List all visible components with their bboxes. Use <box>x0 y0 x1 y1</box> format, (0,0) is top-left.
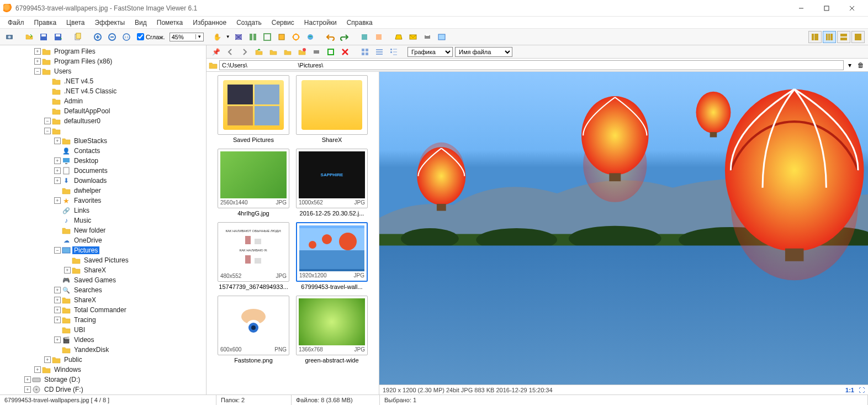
tree-item[interactable]: UBI <box>0 325 206 335</box>
tree-item[interactable]: +Documents <box>0 166 206 176</box>
back-icon[interactable] <box>224 46 236 58</box>
tree-expander[interactable]: + <box>54 287 61 293</box>
menu-Эффекты[interactable]: Эффекты <box>91 18 130 28</box>
tree-item[interactable]: +Desktop <box>0 156 206 166</box>
tree-item[interactable]: +Windows <box>0 365 206 375</box>
tree-item[interactable]: − <box>0 126 206 136</box>
tree-item[interactable]: YandexDisk <box>0 345 206 355</box>
new-folder-icon[interactable] <box>296 46 308 58</box>
slideshow-icon[interactable] <box>232 31 245 43</box>
tree-expander[interactable]: + <box>54 336 61 343</box>
tree-expander[interactable] <box>44 88 51 94</box>
tree-expander[interactable]: + <box>54 138 61 144</box>
open-icon[interactable] <box>23 31 35 43</box>
menu-Сервис[interactable]: Сервис <box>267 18 299 28</box>
smooth-checkbox[interactable]: Сглаж. <box>137 33 165 40</box>
export-icon[interactable] <box>325 46 337 58</box>
menu-Цвета[interactable]: Цвета <box>62 18 89 28</box>
tree-expander[interactable]: + <box>64 267 71 273</box>
tree-expander[interactable] <box>54 207 61 214</box>
menu-Справка[interactable]: Справка <box>342 18 377 28</box>
fullscreen-icon[interactable] <box>261 31 273 43</box>
tree-expander[interactable]: + <box>24 376 31 383</box>
thumbnail[interactable]: КАК НАЛИВАЮТ ОБЫЧНЫЕ ЛЮДИ:КАК НАЛИВАЮ Я:… <box>218 222 289 290</box>
zoom-actual-icon[interactable]: 1:1 <box>120 31 133 43</box>
tree-expander[interactable] <box>54 227 61 234</box>
minimize-button[interactable] <box>788 0 814 17</box>
redo-icon[interactable] <box>338 31 351 43</box>
tree-item[interactable]: −Pictures <box>0 245 206 255</box>
tree-item[interactable]: +🎬Videos <box>0 335 206 345</box>
thumbnail[interactable]: SAPPHIRE1000x562JPG2016-12-25 20.30.52.j… <box>296 149 368 217</box>
tree-item[interactable]: −Users <box>0 66 206 76</box>
zoomout-icon[interactable] <box>106 31 118 43</box>
tree-item[interactable]: New folder <box>0 225 206 235</box>
preview-image[interactable] <box>379 72 868 385</box>
tree-expander[interactable] <box>54 187 61 194</box>
save-icon[interactable] <box>38 31 50 43</box>
layout-mode-3[interactable] <box>837 31 850 43</box>
copy-icon[interactable] <box>72 31 84 43</box>
thumbnail[interactable]: Saved Pictures <box>218 75 289 143</box>
print-small-icon[interactable] <box>310 46 322 58</box>
path-dropdown-icon[interactable]: ▾ <box>845 61 854 69</box>
zoomin-icon[interactable] <box>92 31 104 43</box>
trash-icon[interactable]: 🗑 <box>856 61 866 69</box>
tree-item[interactable]: +Program Files <box>0 46 206 56</box>
tree-expander[interactable] <box>54 217 61 224</box>
menu-Файл[interactable]: Файл <box>3 18 29 28</box>
thumbnail[interactable]: 600x600PNGFaststone.png <box>218 296 289 364</box>
tree-item[interactable]: .NET v4.5 <box>0 76 206 86</box>
print-icon[interactable] <box>421 31 433 43</box>
tree-item[interactable]: 🔗Links <box>0 206 206 215</box>
layout-mode-4[interactable] <box>851 31 865 43</box>
zoom-combo[interactable]: ▼ <box>170 33 204 41</box>
menu-Создать[interactable]: Создать <box>232 18 266 28</box>
wallpaper-icon[interactable] <box>304 31 316 43</box>
crop-icon[interactable] <box>276 31 288 43</box>
tree-item[interactable]: ♪Music <box>0 215 206 225</box>
tree-expander[interactable]: + <box>54 177 61 184</box>
adjust-icon[interactable] <box>290 31 302 43</box>
tree-expander[interactable]: − <box>34 68 41 75</box>
thumbnail[interactable]: ShareX <box>296 75 368 143</box>
tree-expander[interactable]: + <box>54 307 61 313</box>
compare-icon[interactable] <box>247 31 259 43</box>
forward-icon[interactable] <box>239 46 251 58</box>
tree-expander[interactable] <box>64 257 71 264</box>
tree-item[interactable]: .NET v4.5 Classic <box>0 86 206 96</box>
view-thumbs-icon[interactable] <box>359 46 371 58</box>
hand-icon[interactable]: ✋ <box>211 31 224 43</box>
tree-item[interactable]: +Public <box>0 355 206 365</box>
thumbnail-panel[interactable]: Saved PicturesShareX2560x1440JPG4hrIhgG.… <box>207 72 379 395</box>
maximize-button[interactable] <box>814 0 839 17</box>
folder-tree[interactable]: +Program Files+Program Files (x86)−Users… <box>0 45 207 395</box>
sort-select[interactable]: Имя файла <box>455 47 512 57</box>
tree-expander[interactable]: − <box>44 118 51 124</box>
tree-item[interactable]: DefaultAppPool <box>0 106 206 116</box>
tree-item[interactable]: +BlueStacks <box>0 136 206 146</box>
tree-expander[interactable] <box>54 277 61 283</box>
settings-icon[interactable] <box>436 31 448 43</box>
tree-expander[interactable] <box>54 346 61 353</box>
tree-expander[interactable]: + <box>54 297 61 303</box>
scan-icon[interactable] <box>393 31 405 43</box>
tree-expander[interactable] <box>44 78 51 85</box>
menu-Пометка[interactable]: Пометка <box>152 18 188 28</box>
fit-icon[interactable]: ⛶ <box>859 387 865 393</box>
tree-expander[interactable] <box>54 327 61 333</box>
rotate-right-icon[interactable] <box>373 31 385 43</box>
undo-icon[interactable] <box>324 31 336 43</box>
tree-item[interactable]: +Total Commander <box>0 305 206 315</box>
tree-item[interactable]: ☁OneDrive <box>0 235 206 245</box>
tree-expander[interactable] <box>44 108 51 114</box>
thumbnail[interactable]: 1920x1200JPG67999453-travel-wall... <box>296 222 368 290</box>
tree-item[interactable]: +★Favorites <box>0 196 206 206</box>
menu-Правка[interactable]: Правка <box>30 18 61 28</box>
view-list-icon[interactable] <box>373 46 385 58</box>
layout-mode-1[interactable] <box>808 31 822 43</box>
delete-icon[interactable] <box>339 46 351 58</box>
tree-expander[interactable]: + <box>54 157 61 164</box>
home-folder-icon[interactable] <box>282 46 294 58</box>
close-button[interactable] <box>839 0 865 17</box>
